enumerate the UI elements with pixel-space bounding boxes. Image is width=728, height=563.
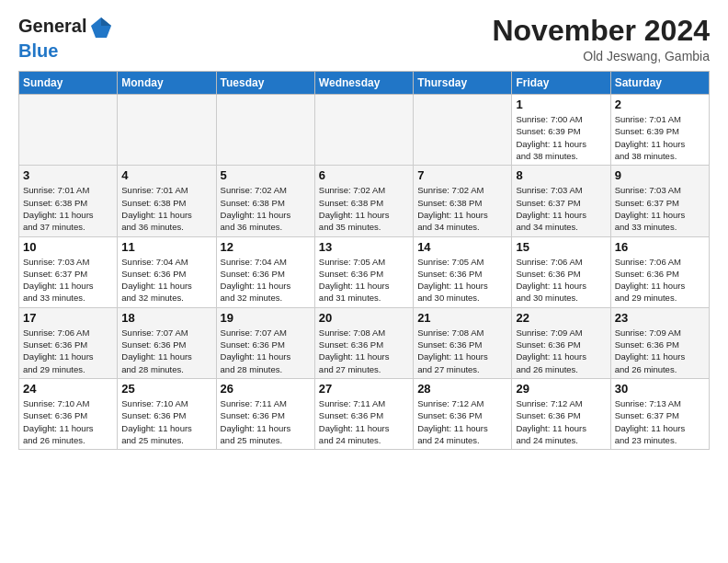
day-number: 23 — [615, 311, 705, 325]
day-info: Sunrise: 7:12 AM Sunset: 6:36 PM Dayligh… — [516, 397, 606, 446]
table-row: 2Sunrise: 7:01 AM Sunset: 6:39 PM Daylig… — [610, 95, 709, 166]
day-number: 14 — [417, 240, 507, 254]
calendar-table: Sunday Monday Tuesday Wednesday Thursday… — [18, 71, 710, 450]
table-row: 8Sunrise: 7:03 AM Sunset: 6:37 PM Daylig… — [512, 166, 610, 236]
day-number: 19 — [221, 311, 311, 325]
day-number: 7 — [417, 168, 507, 182]
day-number: 17 — [23, 311, 113, 325]
table-row: 21Sunrise: 7:08 AM Sunset: 6:36 PM Dayli… — [414, 307, 512, 378]
svg-marker-1 — [101, 17, 111, 26]
day-info: Sunrise: 7:05 AM Sunset: 6:36 PM Dayligh… — [417, 256, 507, 304]
day-info: Sunrise: 7:07 AM Sunset: 6:36 PM Dayligh… — [121, 327, 211, 375]
day-number: 12 — [221, 240, 311, 254]
day-info: Sunrise: 7:00 AM Sunset: 6:39 PM Dayligh… — [516, 113, 606, 162]
table-row — [19, 95, 118, 166]
day-number: 21 — [417, 311, 507, 325]
day-number: 4 — [121, 168, 211, 182]
table-row: 16Sunrise: 7:06 AM Sunset: 6:36 PM Dayli… — [610, 236, 709, 307]
table-row: 25Sunrise: 7:10 AM Sunset: 6:36 PM Dayli… — [118, 378, 216, 449]
location-subtitle: Old Jeswang, Gambia — [492, 49, 710, 63]
table-row — [216, 95, 314, 166]
table-row: 22Sunrise: 7:09 AM Sunset: 6:36 PM Dayli… — [512, 307, 610, 378]
table-row: 28Sunrise: 7:12 AM Sunset: 6:36 PM Dayli… — [414, 378, 512, 449]
day-number: 24 — [23, 382, 113, 396]
day-info: Sunrise: 7:06 AM Sunset: 6:36 PM Dayligh… — [516, 256, 606, 304]
month-title: November 2024 — [492, 15, 710, 47]
day-number: 28 — [417, 382, 507, 396]
logo: General Blue — [18, 15, 114, 61]
day-number: 6 — [319, 168, 409, 182]
day-info: Sunrise: 7:11 AM Sunset: 6:36 PM Dayligh… — [319, 397, 409, 446]
day-info: Sunrise: 7:11 AM Sunset: 6:36 PM Dayligh… — [221, 397, 311, 446]
day-info: Sunrise: 7:03 AM Sunset: 6:37 PM Dayligh… — [23, 256, 113, 304]
calendar-week-row: 24Sunrise: 7:10 AM Sunset: 6:36 PM Dayli… — [19, 378, 710, 449]
day-number: 27 — [319, 382, 409, 396]
day-number: 16 — [615, 240, 705, 254]
table-row: 27Sunrise: 7:11 AM Sunset: 6:36 PM Dayli… — [314, 378, 413, 449]
table-row: 1Sunrise: 7:00 AM Sunset: 6:39 PM Daylig… — [512, 95, 610, 166]
logo-general: General — [18, 16, 86, 36]
table-row: 14Sunrise: 7:05 AM Sunset: 6:36 PM Dayli… — [414, 236, 512, 307]
day-info: Sunrise: 7:09 AM Sunset: 6:36 PM Dayligh… — [615, 327, 705, 375]
table-row: 6Sunrise: 7:02 AM Sunset: 6:38 PM Daylig… — [314, 166, 413, 236]
table-row — [414, 95, 512, 166]
col-wednesday: Wednesday — [314, 72, 413, 95]
day-info: Sunrise: 7:13 AM Sunset: 6:37 PM Dayligh… — [615, 397, 705, 446]
day-info: Sunrise: 7:06 AM Sunset: 6:36 PM Dayligh… — [23, 327, 113, 375]
day-info: Sunrise: 7:08 AM Sunset: 6:36 PM Dayligh… — [417, 327, 507, 375]
col-thursday: Thursday — [414, 72, 512, 95]
logo-blue: Blue — [18, 40, 114, 61]
table-row: 4Sunrise: 7:01 AM Sunset: 6:38 PM Daylig… — [118, 166, 216, 236]
calendar-week-row: 3Sunrise: 7:01 AM Sunset: 6:38 PM Daylig… — [19, 166, 710, 236]
day-info: Sunrise: 7:03 AM Sunset: 6:37 PM Dayligh… — [516, 184, 606, 233]
table-row: 23Sunrise: 7:09 AM Sunset: 6:36 PM Dayli… — [610, 307, 709, 378]
day-number: 2 — [615, 98, 705, 111]
table-row: 11Sunrise: 7:04 AM Sunset: 6:36 PM Dayli… — [118, 236, 216, 307]
day-number: 8 — [516, 168, 606, 182]
day-info: Sunrise: 7:05 AM Sunset: 6:36 PM Dayligh… — [319, 256, 409, 304]
calendar-week-row: 1Sunrise: 7:00 AM Sunset: 6:39 PM Daylig… — [19, 95, 710, 166]
table-row: 12Sunrise: 7:04 AM Sunset: 6:36 PM Dayli… — [216, 236, 314, 307]
day-number: 3 — [23, 168, 113, 182]
table-row: 20Sunrise: 7:08 AM Sunset: 6:36 PM Dayli… — [314, 307, 413, 378]
calendar-week-row: 17Sunrise: 7:06 AM Sunset: 6:36 PM Dayli… — [19, 307, 710, 378]
logo-icon — [88, 15, 114, 40]
day-number: 1 — [516, 98, 606, 111]
day-number: 30 — [615, 382, 705, 396]
day-info: Sunrise: 7:12 AM Sunset: 6:36 PM Dayligh… — [417, 397, 507, 446]
day-number: 9 — [615, 168, 705, 182]
day-info: Sunrise: 7:09 AM Sunset: 6:36 PM Dayligh… — [516, 327, 606, 375]
col-monday: Monday — [118, 72, 216, 95]
day-number: 18 — [121, 311, 211, 325]
day-number: 26 — [221, 382, 311, 396]
header: General Blue November 2024 Old Jeswang, … — [18, 15, 710, 63]
table-row: 29Sunrise: 7:12 AM Sunset: 6:36 PM Dayli… — [512, 378, 610, 449]
table-row: 24Sunrise: 7:10 AM Sunset: 6:36 PM Dayli… — [19, 378, 118, 449]
calendar-header-row: Sunday Monday Tuesday Wednesday Thursday… — [19, 72, 710, 95]
table-row: 30Sunrise: 7:13 AM Sunset: 6:37 PM Dayli… — [610, 378, 709, 449]
table-row: 13Sunrise: 7:05 AM Sunset: 6:36 PM Dayli… — [314, 236, 413, 307]
day-info: Sunrise: 7:10 AM Sunset: 6:36 PM Dayligh… — [121, 397, 211, 446]
day-number: 13 — [319, 240, 409, 254]
day-number: 10 — [23, 240, 113, 254]
day-info: Sunrise: 7:02 AM Sunset: 6:38 PM Dayligh… — [417, 184, 507, 233]
table-row: 26Sunrise: 7:11 AM Sunset: 6:36 PM Dayli… — [216, 378, 314, 449]
table-row — [118, 95, 216, 166]
day-info: Sunrise: 7:03 AM Sunset: 6:37 PM Dayligh… — [615, 184, 705, 233]
table-row: 17Sunrise: 7:06 AM Sunset: 6:36 PM Dayli… — [19, 307, 118, 378]
day-info: Sunrise: 7:02 AM Sunset: 6:38 PM Dayligh… — [319, 184, 409, 233]
title-block: November 2024 Old Jeswang, Gambia — [492, 15, 710, 63]
table-row: 10Sunrise: 7:03 AM Sunset: 6:37 PM Dayli… — [19, 236, 118, 307]
page: General Blue November 2024 Old Jeswang, … — [0, 0, 728, 459]
day-info: Sunrise: 7:06 AM Sunset: 6:36 PM Dayligh… — [615, 256, 705, 304]
col-sunday: Sunday — [19, 72, 118, 95]
col-saturday: Saturday — [610, 72, 709, 95]
table-row: 3Sunrise: 7:01 AM Sunset: 6:38 PM Daylig… — [19, 166, 118, 236]
day-info: Sunrise: 7:01 AM Sunset: 6:38 PM Dayligh… — [121, 184, 211, 233]
col-tuesday: Tuesday — [216, 72, 314, 95]
day-info: Sunrise: 7:01 AM Sunset: 6:39 PM Dayligh… — [615, 113, 705, 162]
day-info: Sunrise: 7:08 AM Sunset: 6:36 PM Dayligh… — [319, 327, 409, 375]
day-info: Sunrise: 7:07 AM Sunset: 6:36 PM Dayligh… — [221, 327, 311, 375]
day-number: 5 — [221, 168, 311, 182]
day-number: 22 — [516, 311, 606, 325]
